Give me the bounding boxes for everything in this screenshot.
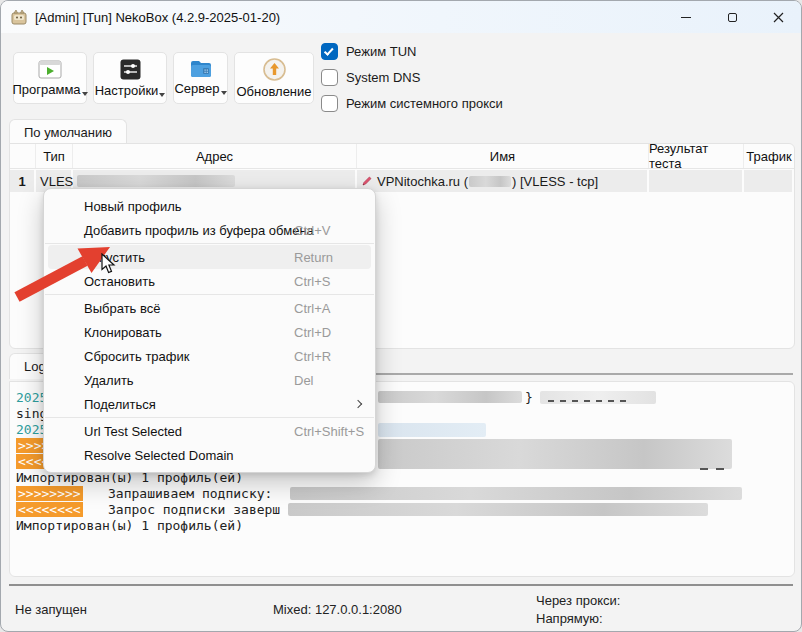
server-button-label: Сервер	[174, 81, 219, 96]
menu-item-url-test-selected[interactable]: Url Test Selected Ctrl+Shift+S	[48, 419, 371, 443]
shortcut-label: Return	[294, 250, 333, 265]
redacted-log-2	[540, 391, 656, 404]
dropdown-arrow-icon	[159, 93, 165, 97]
status-bar: Не запущен Mixed: 127.0.0.1:2080 Через п…	[1, 587, 801, 632]
column-gutter	[10, 144, 36, 168]
server-button[interactable]: Сервер	[173, 52, 228, 104]
tab-default-group[interactable]: По умолчанию	[9, 119, 127, 144]
update-button[interactable]: Обновление	[234, 52, 314, 104]
app-icon	[11, 9, 27, 25]
menu-item-new-profile[interactable]: Новый профиль	[48, 194, 371, 218]
settings-button[interactable]: Настройки	[93, 52, 167, 104]
dropdown-arrow-icon	[82, 92, 88, 96]
menu-item-share[interactable]: Поделиться	[48, 392, 371, 416]
mouse-cursor-icon	[101, 253, 116, 275]
status-via-proxy: Через прокси:	[536, 593, 620, 608]
status-direct: Напрямую:	[536, 611, 603, 626]
title-bar: [Admin] [Tun] NekoBox (4.2.9-2025-01-20)	[1, 1, 801, 33]
tab-default-group-label: По умолчанию	[24, 125, 112, 140]
log-imported-2: Импортирован(ы) 1 профиль(ей)	[16, 518, 243, 533]
status-mixed-port: Mixed: 127.0.0.1:2080	[273, 602, 402, 617]
maximize-icon	[728, 13, 737, 22]
redacted-log-6	[288, 503, 708, 516]
redacted-log-4	[378, 439, 732, 469]
submenu-arrow-icon	[354, 400, 362, 408]
log-brace: }	[525, 390, 533, 405]
system-proxy-label: Режим системного прокси	[346, 96, 503, 111]
minimize-icon	[681, 17, 691, 18]
column-address[interactable]: Адрес	[73, 144, 357, 168]
system-proxy-checkbox[interactable]: Режим системного прокси	[321, 94, 503, 112]
close-button[interactable]	[755, 1, 801, 33]
shortcut-label: Del	[294, 373, 314, 388]
cell-test-result	[649, 170, 742, 192]
redacted-name-part	[469, 176, 511, 187]
system-dns-checkbox[interactable]: System DNS	[321, 68, 420, 86]
settings-button-label: Настройки	[95, 83, 159, 98]
splitter-handle[interactable]	[9, 584, 793, 586]
menu-item-delete[interactable]: Удалить Del	[48, 368, 371, 392]
nekobox-window: [Admin] [Tun] NekoBox (4.2.9-2025-01-20)…	[0, 0, 802, 632]
cell-name: VPNitochka.ru ( ) [VLESS - tcp]	[357, 170, 647, 192]
column-name[interactable]: Имя	[357, 144, 649, 168]
log-request-prefix: >>>>>>>>	[16, 486, 83, 501]
system-dns-label: System DNS	[346, 70, 420, 85]
dropdown-arrow-icon	[221, 91, 227, 95]
menu-item-clone[interactable]: Клонировать Ctrl+D	[48, 320, 371, 344]
column-traffic[interactable]: Трафик	[744, 144, 794, 168]
redacted-log-1	[378, 391, 522, 403]
pencil-icon	[361, 175, 373, 187]
status-running-state: Не запущен	[15, 602, 87, 617]
window-title: [Admin] [Tun] NekoBox (4.2.9-2025-01-20)	[35, 10, 280, 25]
update-button-label: Обновление	[236, 84, 311, 99]
shortcut-label: Ctrl+V	[294, 223, 330, 238]
cell-traffic	[744, 170, 792, 192]
minimize-button[interactable]	[663, 1, 709, 33]
row-number: 1	[10, 170, 34, 192]
column-test-result[interactable]: Результат теста	[649, 144, 744, 168]
tun-mode-label: Режим TUN	[346, 44, 416, 59]
program-button[interactable]: Программа	[13, 52, 87, 104]
close-icon	[773, 12, 784, 23]
redacted-address	[77, 175, 235, 187]
checkbox-checked-icon	[321, 43, 338, 60]
checkbox-unchecked-icon	[321, 95, 338, 112]
log-request-text: Запрашиваем подписку:	[108, 486, 272, 501]
shortcut-label: Ctrl+A	[294, 301, 330, 316]
program-button-label: Программа	[12, 82, 80, 97]
update-arrow-icon	[263, 58, 286, 81]
checkbox-unchecked-icon	[321, 69, 338, 86]
shortcut-label: Ctrl+Shift+S	[294, 424, 364, 439]
menu-item-reset-traffic[interactable]: Сбросить трафик Ctrl+R	[48, 344, 371, 368]
table-header: Тип Адрес Имя Результат теста Трафик	[10, 144, 794, 169]
redacted-log-3	[378, 423, 486, 437]
profile-name-suffix: ) [VLESS - tcp]	[512, 174, 598, 189]
column-type[interactable]: Тип	[36, 144, 73, 168]
profile-name-prefix: VPNitochka.ru (	[377, 174, 468, 189]
maximize-button[interactable]	[709, 1, 755, 33]
context-menu: Новый профиль Добавить профиль из буфера…	[43, 188, 376, 473]
log-done-prefix: <<<<<<<<	[16, 502, 83, 517]
server-folder-icon	[190, 60, 212, 78]
program-run-icon	[38, 60, 62, 79]
shortcut-label: Ctrl+R	[294, 349, 331, 364]
redacted-log-5	[290, 487, 742, 500]
menu-item-resolve-selected-domain[interactable]: Resolve Selected Domain	[48, 443, 371, 467]
tun-mode-checkbox[interactable]: Режим TUN	[321, 42, 416, 60]
shortcut-label: Ctrl+D	[294, 325, 331, 340]
log-done-text: Запрос подписки заверш	[108, 502, 280, 517]
settings-sliders-icon	[120, 59, 141, 80]
shortcut-label: Ctrl+S	[294, 274, 330, 289]
menu-separator	[45, 417, 374, 418]
